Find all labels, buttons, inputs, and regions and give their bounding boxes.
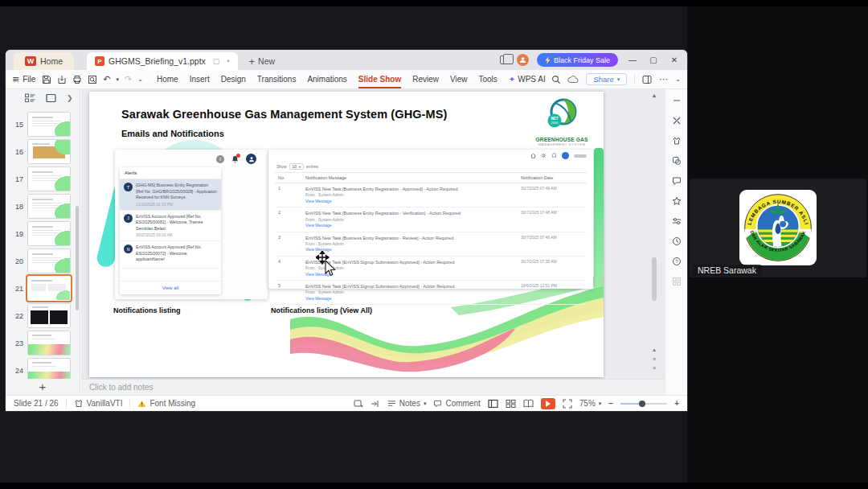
- slide-view-icon[interactable]: [46, 93, 56, 103]
- share-button[interactable]: Share ▾: [586, 73, 627, 85]
- slide-thumbnail[interactable]: [27, 249, 71, 273]
- cloud-sync-icon[interactable]: [567, 76, 579, 84]
- font-missing-warning[interactable]: Font Missing: [137, 399, 195, 408]
- search-icon[interactable]: [551, 75, 561, 84]
- participant-video-tile[interactable]: LEMBAGA SUMBER ASLI DAN ALAM SEKITAR SAR…: [690, 179, 866, 277]
- alerts-list: T [GHG-MS] Business Entity Registration …: [120, 179, 221, 269]
- slide-thumbnail-row: 16: [6, 139, 80, 164]
- settings-sliders-icon[interactable]: [672, 216, 682, 226]
- layout-panel-icon[interactable]: [642, 75, 652, 84]
- scroll-up-icon[interactable]: ▲: [650, 92, 658, 98]
- shapes-icon[interactable]: [672, 156, 682, 166]
- menu-item[interactable]: Slide Show: [353, 70, 407, 89]
- file-menu-button[interactable]: ≡ File: [12, 74, 35, 84]
- slide-thumbnail[interactable]: [27, 221, 71, 246]
- new-tab-button[interactable]: + New: [249, 52, 276, 70]
- panel-expand-icon[interactable]: ❯: [67, 94, 73, 102]
- slide-thumbnail-art: [28, 167, 70, 191]
- export-icon[interactable]: [57, 75, 67, 84]
- star-icon[interactable]: [672, 196, 682, 206]
- slide-thumbnail-art: [28, 113, 70, 136]
- new-slide-icon[interactable]: [354, 399, 363, 409]
- jump-to-icon[interactable]: [371, 399, 380, 409]
- menu-item[interactable]: Review: [407, 70, 444, 89]
- normal-view-icon[interactable]: [488, 399, 498, 409]
- zoom-in-button[interactable]: +: [674, 399, 679, 408]
- minimize-button[interactable]: —: [626, 55, 639, 64]
- divider: [66, 399, 67, 409]
- help-icon[interactable]: ?: [672, 257, 682, 266]
- main-vertical-scrollbar[interactable]: ▲ ▴≡≡: [650, 92, 658, 374]
- account-avatar[interactable]: [517, 54, 529, 66]
- menu-item[interactable]: Insert: [184, 70, 215, 89]
- slide-thumbnail[interactable]: [27, 331, 71, 355]
- notes-toggle[interactable]: Notes ▾: [387, 399, 427, 408]
- black-friday-sale-button[interactable]: Black Friday Sale: [537, 53, 618, 67]
- comment-button[interactable]: Comment: [433, 399, 480, 408]
- save-icon[interactable]: [42, 75, 51, 84]
- undo-icon[interactable]: ↶: [103, 74, 110, 84]
- slide-number: 23: [10, 339, 23, 347]
- print-preview-icon[interactable]: [88, 75, 97, 84]
- slide-thumbnail[interactable]: [27, 194, 71, 219]
- window-stack-icon[interactable]: [500, 55, 509, 64]
- row-date: 18/6/2025 12:51 PM: [521, 283, 587, 302]
- view-message-link: View Message: [305, 272, 516, 278]
- zoom-slider-handle[interactable]: [639, 401, 645, 407]
- thumbnail-scrollbar[interactable]: [76, 206, 79, 310]
- reading-view-icon[interactable]: [523, 399, 534, 409]
- slide-thumbnail[interactable]: [27, 276, 71, 301]
- apps-grid-icon[interactable]: [672, 277, 682, 286]
- theme-icon[interactable]: [672, 136, 682, 146]
- slide-thumbnail[interactable]: [27, 139, 71, 164]
- portal-topbar: [268, 150, 593, 162]
- wps-ai-button[interactable]: ✦ WPS AI: [503, 75, 551, 84]
- zoom-out-button[interactable]: −: [608, 399, 613, 408]
- history-clock-icon[interactable]: [672, 236, 682, 246]
- tools-icon[interactable]: [672, 116, 682, 125]
- zoom-level[interactable]: 75% ▾: [579, 399, 602, 408]
- tab-preview-icon[interactable]: ▢: [213, 57, 220, 65]
- slide-thumbnail[interactable]: [27, 303, 71, 328]
- collapse-icon[interactable]: [672, 96, 682, 105]
- print-icon[interactable]: [72, 75, 82, 84]
- alert-item[interactable]: T [GHG-MS] Business Entity Registration …: [120, 179, 221, 211]
- slideshow-play-button[interactable]: [541, 398, 555, 409]
- close-button[interactable]: ✕: [668, 55, 681, 64]
- notes-input[interactable]: Click to add notes: [81, 379, 665, 395]
- slide-sorter-icon[interactable]: [506, 399, 516, 409]
- comment-panel-icon[interactable]: [672, 176, 682, 186]
- menu-item[interactable]: Tools: [473, 70, 503, 89]
- slide-thumbnail-art: [28, 304, 70, 327]
- quickbar-expand-icon[interactable]: ⌄: [137, 76, 143, 83]
- outline-view-icon[interactable]: [25, 93, 35, 103]
- slide-number: 24: [10, 367, 23, 375]
- menu-item[interactable]: Transitions: [252, 70, 302, 89]
- zoom-slider[interactable]: [620, 403, 667, 405]
- fullscreen-icon[interactable]: [563, 399, 572, 409]
- slide-thumbnail[interactable]: [27, 358, 71, 379]
- alert-item[interactable]: N EnVISS Account Approved [Ref No. ES/20…: [120, 241, 221, 269]
- tab-home[interactable]: W Home: [14, 52, 74, 70]
- alert-item[interactable]: J EnVISS Account Approved [Ref No. ES/20…: [120, 211, 221, 242]
- row-message: EnVISS New Task [Business Entity Registr…: [305, 186, 516, 192]
- maximize-button[interactable]: ▢: [647, 55, 660, 64]
- menu-item[interactable]: Home: [151, 70, 184, 89]
- lightning-icon: [545, 56, 551, 64]
- more-options-icon[interactable]: ⋯: [659, 74, 668, 84]
- tab-document[interactable]: P GHGMS_Briefing_v1.pptx ▢ •: [87, 52, 237, 70]
- menu-item[interactable]: Animations: [301, 70, 352, 89]
- add-slide-button[interactable]: +: [6, 380, 80, 393]
- menu-item[interactable]: Design: [215, 70, 252, 89]
- theme-indicator[interactable]: VanillaVTI: [74, 399, 123, 408]
- slide-thumbnail[interactable]: [27, 166, 71, 191]
- menu-item[interactable]: View: [444, 70, 473, 89]
- slide-nav-buttons[interactable]: ▴≡≡: [650, 345, 658, 372]
- view-all-link[interactable]: View all: [120, 281, 221, 294]
- scrollbar-thumb[interactable]: [652, 257, 657, 301]
- slide-thumbnail[interactable]: [27, 112, 71, 137]
- collapse-ribbon-icon[interactable]: ⌄: [675, 76, 681, 83]
- undo-dropdown-icon[interactable]: ▾: [117, 76, 120, 83]
- slide-canvas[interactable]: Sarawak Greenhouse Gas Management System…: [89, 92, 604, 377]
- row-message: EnVISS New Task [Business Entity Registr…: [305, 210, 516, 216]
